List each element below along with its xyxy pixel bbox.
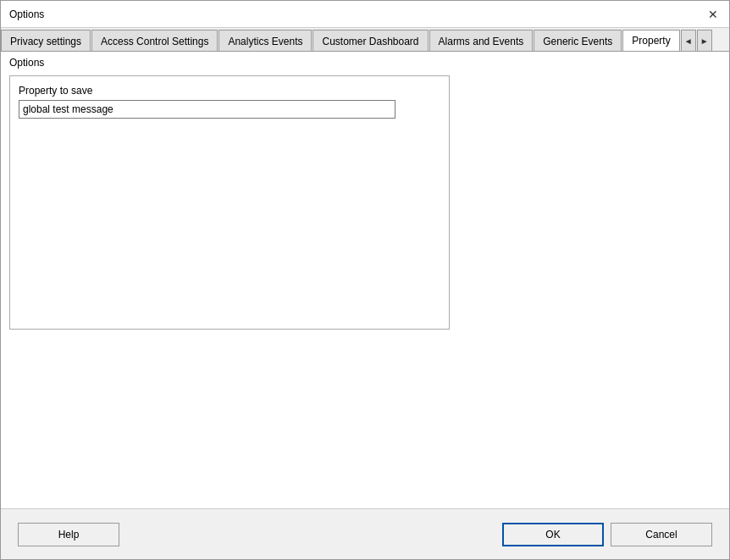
section-label: Options — [1, 52, 729, 72]
options-dialog: Options ✕ Privacy settings Access Contro… — [0, 0, 730, 560]
content-area: Options Property to save — [1, 52, 729, 508]
bottom-right-buttons: OK Cancel — [502, 523, 712, 546]
tab-analytics[interactable]: Analytics Events — [218, 30, 312, 52]
dialog-title: Options — [9, 8, 44, 20]
tab-customer[interactable]: Customer Dashboard — [312, 30, 428, 52]
title-bar: Options ✕ — [1, 1, 729, 28]
tab-generic[interactable]: Generic Events — [534, 30, 622, 52]
cancel-button[interactable]: Cancel — [611, 523, 712, 546]
property-to-save-input[interactable] — [19, 100, 395, 119]
tab-alarms[interactable]: Alarms and Events — [429, 30, 534, 52]
tab-prev-button[interactable]: ◄ — [681, 30, 696, 52]
close-button[interactable]: ✕ — [705, 7, 721, 22]
field-label: Property to save — [19, 85, 440, 97]
tab-privacy[interactable]: Privacy settings — [1, 30, 91, 52]
tab-property[interactable]: Property — [622, 30, 679, 52]
ok-button[interactable]: OK — [502, 523, 604, 546]
help-button[interactable]: Help — [18, 523, 119, 546]
bottom-bar: Help OK Cancel — [1, 508, 729, 559]
tab-next-button[interactable]: ► — [697, 30, 712, 52]
tab-bar: Privacy settings Access Control Settings… — [1, 28, 729, 52]
panel-content: Property to save — [1, 72, 729, 508]
tab-access-control[interactable]: Access Control Settings — [91, 30, 218, 52]
options-panel: Property to save — [9, 75, 450, 330]
